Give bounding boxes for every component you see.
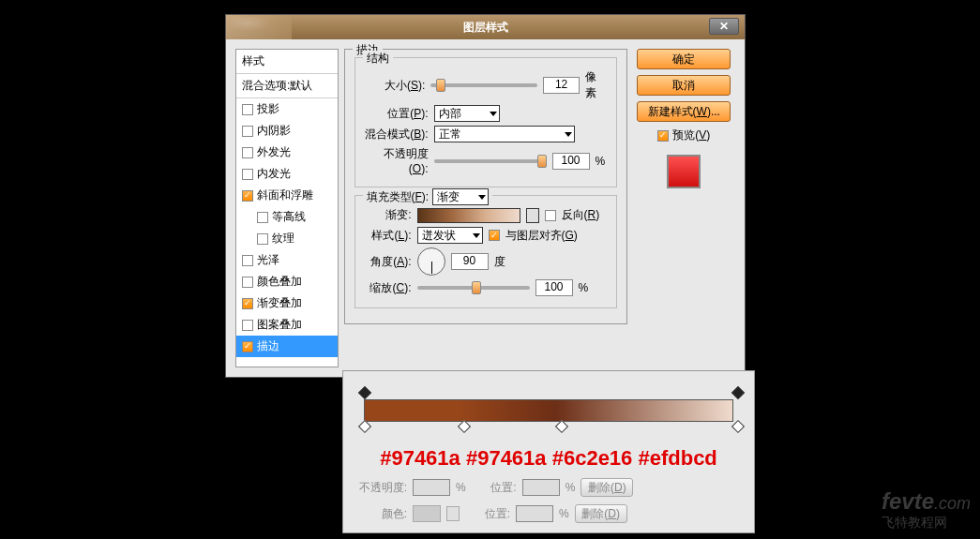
style-combo[interactable]: 迸发状 xyxy=(417,227,483,244)
sidebar-checkbox[interactable] xyxy=(242,298,253,309)
sidebar-item-3[interactable]: 内发光 xyxy=(236,163,338,185)
sidebar-header: 样式 xyxy=(236,50,338,74)
ge-color-label: 颜色: xyxy=(353,506,407,522)
color-stop[interactable] xyxy=(460,422,471,433)
gradient-editor-panel: #97461a #97461a #6c2e16 #efdbcd 不透明度: % … xyxy=(342,370,755,533)
chevron-down-icon xyxy=(478,195,486,200)
chevron-down-icon xyxy=(565,132,572,137)
sidebar-item-2[interactable]: 外发光 xyxy=(236,142,338,163)
sidebar-checkbox[interactable] xyxy=(242,320,253,331)
position-combo[interactable]: 内部 xyxy=(434,105,500,122)
sidebar-item-6[interactable]: 纹理 xyxy=(236,228,338,249)
ok-button[interactable]: 确定 xyxy=(637,49,731,69)
sidebar-item-9[interactable]: 渐变叠加 xyxy=(236,292,338,314)
dialog-title: 图层样式 xyxy=(463,20,508,36)
sidebar-item-0[interactable]: 投影 xyxy=(236,98,338,120)
size-unit: 像素 xyxy=(585,69,607,101)
layer-style-dialog: 图层样式 ✕ 样式 混合选项:默认 投影内阴影外发光内发光斜面和浮雕等高线纹理光… xyxy=(225,14,746,378)
opacity-stop[interactable] xyxy=(360,388,371,399)
sidebar-item-label: 图案叠加 xyxy=(257,317,302,333)
sidebar-item-label: 描边 xyxy=(257,338,279,354)
ge-opacity-input xyxy=(413,479,450,496)
ge-pos-input xyxy=(522,479,560,496)
ge-pos-label: 位置: xyxy=(472,480,517,496)
color-stop[interactable] xyxy=(557,422,568,433)
gradient-picker-button[interactable] xyxy=(526,208,539,223)
sidebar-item-11[interactable]: 描边 xyxy=(236,336,338,357)
ge-pos2-unit: % xyxy=(559,507,569,520)
hex-annotation: #97461a #97461a #6c2e16 #efdbcd xyxy=(353,446,745,471)
size-label: 大小(S): xyxy=(365,78,426,94)
style-label: 样式(L): xyxy=(365,228,412,244)
gradient-editor[interactable] xyxy=(354,386,743,441)
titlebar[interactable]: 图层样式 ✕ xyxy=(226,15,745,39)
color-stop[interactable] xyxy=(360,422,371,433)
sidebar-checkbox[interactable] xyxy=(242,126,253,137)
align-checkbox[interactable] xyxy=(489,230,500,241)
sidebar-checkbox[interactable] xyxy=(242,169,253,180)
scale-label: 缩放(C): xyxy=(365,280,412,296)
sidebar-checkbox[interactable] xyxy=(242,277,253,288)
sidebar-item-7[interactable]: 光泽 xyxy=(236,249,338,271)
opacity-slider[interactable] xyxy=(434,159,547,163)
size-slider[interactable] xyxy=(430,83,537,87)
sidebar-checkbox[interactable] xyxy=(257,212,268,223)
sidebar-checkbox[interactable] xyxy=(242,147,253,158)
color-stop[interactable] xyxy=(733,422,745,433)
opacity-stop[interactable] xyxy=(733,388,745,399)
sidebar-checkbox[interactable] xyxy=(242,190,253,202)
ge-opacity-unit: % xyxy=(456,481,466,494)
right-panel: 确定 取消 新建样式(W)... 预览(V) xyxy=(633,49,736,367)
chevron-down-icon xyxy=(490,112,497,116)
sidebar-item-label: 斜面和浮雕 xyxy=(257,187,313,203)
scale-unit: % xyxy=(579,281,589,294)
ge-opacity-label: 不透明度: xyxy=(353,480,407,496)
gradient-preview[interactable] xyxy=(417,208,520,223)
preview-swatch xyxy=(667,155,701,188)
sidebar-item-label: 渐变叠加 xyxy=(257,295,302,311)
ge-color-swatch xyxy=(413,505,441,522)
sidebar-item-label: 颜色叠加 xyxy=(257,274,302,290)
filltype-combo[interactable]: 渐变 xyxy=(432,188,489,205)
delete-opacity-button: 删除(D) xyxy=(580,478,633,497)
angle-input[interactable]: 90 xyxy=(451,253,489,270)
sidebar-item-label: 等高线 xyxy=(272,209,306,225)
styles-sidebar: 样式 混合选项:默认 投影内阴影外发光内发光斜面和浮雕等高线纹理光泽颜色叠加渐变… xyxy=(235,49,339,367)
angle-dial[interactable] xyxy=(417,247,445,276)
preview-checkbox[interactable] xyxy=(657,130,669,142)
sidebar-checkbox[interactable] xyxy=(242,341,253,352)
sidebar-item-label: 光泽 xyxy=(257,252,279,268)
sidebar-item-label: 投影 xyxy=(257,101,279,117)
sidebar-item-10[interactable]: 图案叠加 xyxy=(236,314,338,336)
cancel-button[interactable]: 取消 xyxy=(637,75,731,96)
sidebar-item-1[interactable]: 内阴影 xyxy=(236,120,338,142)
angle-unit: 度 xyxy=(494,254,505,270)
structure-legend: 结构 xyxy=(363,51,393,67)
sidebar-checkbox[interactable] xyxy=(242,255,253,266)
sidebar-checkbox[interactable] xyxy=(257,233,268,245)
sidebar-item-5[interactable]: 等高线 xyxy=(236,206,338,228)
opacity-unit: % xyxy=(596,155,606,168)
reverse-checkbox[interactable] xyxy=(545,210,556,221)
close-button[interactable]: ✕ xyxy=(709,18,739,35)
align-label: 与图层对齐(G) xyxy=(505,228,578,244)
angle-label: 角度(A): xyxy=(365,254,412,270)
gradient-bar[interactable] xyxy=(364,399,733,422)
sidebar-item-8[interactable]: 颜色叠加 xyxy=(236,271,338,292)
watermark: fevte.com 飞特教程网 xyxy=(882,488,971,532)
size-input[interactable]: 12 xyxy=(543,77,579,94)
newstyle-button[interactable]: 新建样式(W)... xyxy=(637,101,731,122)
preview-label: 预览(V) xyxy=(672,127,710,143)
position-label: 位置(P): xyxy=(365,106,429,122)
scale-input[interactable]: 100 xyxy=(535,279,573,296)
sidebar-item-4[interactable]: 斜面和浮雕 xyxy=(236,185,338,206)
opacity-label: 不透明度(O): xyxy=(365,146,429,175)
sidebar-item-label: 外发光 xyxy=(257,144,291,160)
scale-slider[interactable] xyxy=(417,286,530,290)
sidebar-checkbox[interactable] xyxy=(242,104,253,115)
opacity-input[interactable]: 100 xyxy=(552,153,590,170)
blendmode-combo[interactable]: 正常 xyxy=(434,126,575,142)
sidebar-item-label: 纹理 xyxy=(272,231,294,247)
sidebar-blend-options[interactable]: 混合选项:默认 xyxy=(236,74,338,98)
chevron-down-icon xyxy=(473,233,480,238)
